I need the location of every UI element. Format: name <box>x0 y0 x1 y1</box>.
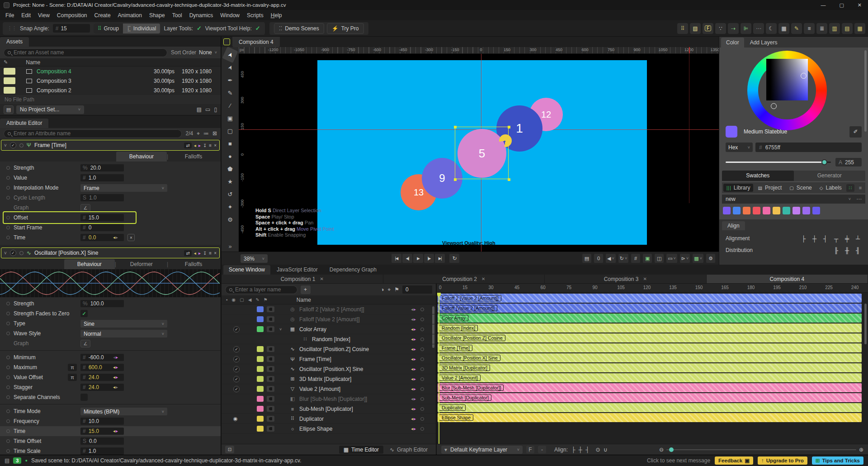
value-field[interactable]: %100.0 <box>80 300 124 307</box>
loop-button[interactable]: ↻ <box>449 254 459 263</box>
maximize-button[interactable]: ▢ <box>839 2 844 8</box>
pi-button[interactable]: π <box>68 364 77 371</box>
current-color-swatch[interactable] <box>726 126 737 138</box>
color-swatch[interactable] <box>723 207 731 214</box>
cube-icon[interactable]: ▧ <box>690 23 701 34</box>
key-right-icon[interactable]: ▸ <box>116 385 118 390</box>
demo-scenes-button[interactable]: ⁚⁚Demo Scenes <box>274 23 324 34</box>
layer-color-swatch[interactable] <box>257 326 264 332</box>
lock-icon[interactable]: ▪ <box>226 297 228 302</box>
layer-toggle-chip[interactable] <box>267 406 274 412</box>
key-right-icon[interactable]: ▸ <box>414 337 416 342</box>
attribute-search-input[interactable]: Enter an Attribute name <box>4 129 182 138</box>
layer-color-swatch[interactable] <box>257 306 264 312</box>
layer-port[interactable] <box>420 347 424 351</box>
step-forward-button[interactable]: |▶ <box>424 254 434 263</box>
attr-row-time-offset[interactable]: Time OffsetS0.0 <box>0 436 221 446</box>
pen-tool[interactable]: ✒ <box>224 74 236 86</box>
layer-port[interactable] <box>420 338 424 341</box>
tab-library[interactable]: |||Library <box>723 184 753 192</box>
toolbar-grip[interactable]: ⋮⋮ <box>7 25 16 31</box>
align-bottom-icon[interactable]: ┴ <box>854 235 862 242</box>
attribute-port[interactable] <box>6 302 10 305</box>
selection-handle[interactable] <box>508 126 510 128</box>
knife-tool[interactable]: ∕ <box>224 100 236 111</box>
chevron-down-icon[interactable]: ˅ <box>4 251 7 256</box>
pen-icon[interactable]: ✎ <box>255 297 259 302</box>
project-set-select[interactable]: No Project Set...˅ <box>16 105 84 114</box>
timeline-bar[interactable]: Oscillator [Position.Z] Cosine <box>438 333 862 342</box>
layer-row[interactable]: ◧Blur [Sub-Mesh [Duplicator]]◂▸ <box>222 394 436 404</box>
alpha-slider-knob[interactable] <box>821 159 827 165</box>
key-left-icon[interactable]: ◂ <box>194 143 196 148</box>
value-field[interactable]: #1.0 <box>80 174 124 181</box>
menu-edit[interactable]: Edit <box>18 11 34 20</box>
settings-icon[interactable]: ⚙ <box>706 254 715 263</box>
solo-toggle[interactable] <box>19 251 24 255</box>
attr-row-strength[interactable]: Strength%20.0 <box>0 163 221 173</box>
graph-button[interactable]: ∠ <box>80 204 90 212</box>
attribute-port[interactable] <box>6 322 10 325</box>
forge-icon[interactable]: F <box>703 23 713 34</box>
key-right-icon[interactable]: ▸ <box>414 347 416 352</box>
close-icon[interactable]: × <box>214 251 217 256</box>
layer-port[interactable] <box>420 328 424 331</box>
monitor-icon[interactable]: ▭˅ <box>666 254 677 263</box>
pin-icon[interactable]: ↧ <box>203 251 207 256</box>
layer-enabled-checkbox[interactable]: ✓ <box>233 386 240 392</box>
align-tab[interactable]: Align <box>722 221 745 230</box>
layer-toggle-chip[interactable] <box>267 326 274 332</box>
key-right-icon[interactable]: ▸ <box>414 357 416 361</box>
pen-icon[interactable]: ✎ <box>791 23 802 34</box>
clear-keyframe-button[interactable]: × <box>127 234 135 241</box>
project-icon[interactable]: ▤ <box>4 105 14 114</box>
composition-tab[interactable]: Composition 4 <box>707 275 868 283</box>
columns-icon[interactable]: ▥ <box>829 23 840 34</box>
skip-start-button[interactable]: |◀ <box>392 254 401 263</box>
layer-port[interactable] <box>420 377 424 381</box>
effects-tool[interactable]: ✦ <box>224 201 236 213</box>
tab-dependency-graph[interactable]: Dependency Graph <box>324 265 382 275</box>
layer-port[interactable] <box>420 407 424 411</box>
snap-angle-input[interactable]: #15 <box>53 24 90 33</box>
attribute-port[interactable] <box>6 236 10 239</box>
retime-icon[interactable]: ⇄ <box>184 250 191 256</box>
minus-toggle[interactable]: - <box>538 446 546 453</box>
tab-color[interactable]: Color <box>721 38 744 48</box>
scatter-icon[interactable]: ∵ <box>715 23 726 34</box>
menu-tool[interactable]: Tool <box>169 11 186 20</box>
layer-enabled-checkbox[interactable]: ✓ <box>233 366 240 372</box>
key-left-icon[interactable]: ◂ <box>411 366 413 371</box>
timeline-bar[interactable]: 3D Matrix [Duplicator] <box>438 363 862 372</box>
dropdown-wave-style[interactable]: Normal˅ <box>80 330 167 338</box>
attr-row-interpolation-mode[interactable]: Interpolation ModeFrame˅ <box>0 183 221 193</box>
layer-port[interactable] <box>420 417 424 421</box>
layer-row[interactable]: ✓ΨFrame [Time]◂▸ <box>222 354 436 364</box>
ink-tool[interactable]: ✎ <box>224 87 236 99</box>
tab-swatches[interactable]: Swatches <box>722 171 794 181</box>
timeline-bar[interactable]: Value 2 [Amount] <box>438 373 862 382</box>
layer-row[interactable]: ∷Random [Index]◂▸ <box>222 334 436 344</box>
hue-handle[interactable] <box>771 103 777 109</box>
attribute-port[interactable] <box>6 186 10 190</box>
expand-tools-icon[interactable]: » <box>228 243 231 250</box>
attribute-port[interactable] <box>6 449 10 453</box>
graph-button[interactable]: ∠ <box>80 340 90 347</box>
attr-row-time-mode[interactable]: Time ModeMinutes (BPM)˅ <box>0 406 221 416</box>
key-left-icon[interactable]: ◂ <box>411 396 413 401</box>
layer-toggle-chip[interactable] <box>267 416 274 422</box>
layer-color-swatch[interactable] <box>257 396 264 402</box>
key-right-icon[interactable]: ▸ <box>116 235 118 240</box>
layer-color-swatch[interactable] <box>257 426 264 432</box>
layer-row[interactable]: ✓▽Value 2 [Amount]◂▸ <box>222 384 436 394</box>
frame-field[interactable]: 0 <box>402 285 432 294</box>
attribute-port[interactable] <box>6 312 10 315</box>
timeline-bar[interactable]: Ellipse Shape <box>438 413 862 422</box>
attr-row-time[interactable]: Time#0.0◂▸× <box>0 233 221 243</box>
value-field[interactable]: #0 <box>80 224 124 231</box>
layer-color-swatch[interactable] <box>257 366 264 372</box>
graph-editor-button[interactable]: ∿Graph Editor <box>385 446 432 454</box>
timeline-bar[interactable]: Color Array <box>438 314 862 323</box>
alpha-slider[interactable] <box>726 162 831 163</box>
timeline-zoom-knob[interactable] <box>669 447 674 452</box>
